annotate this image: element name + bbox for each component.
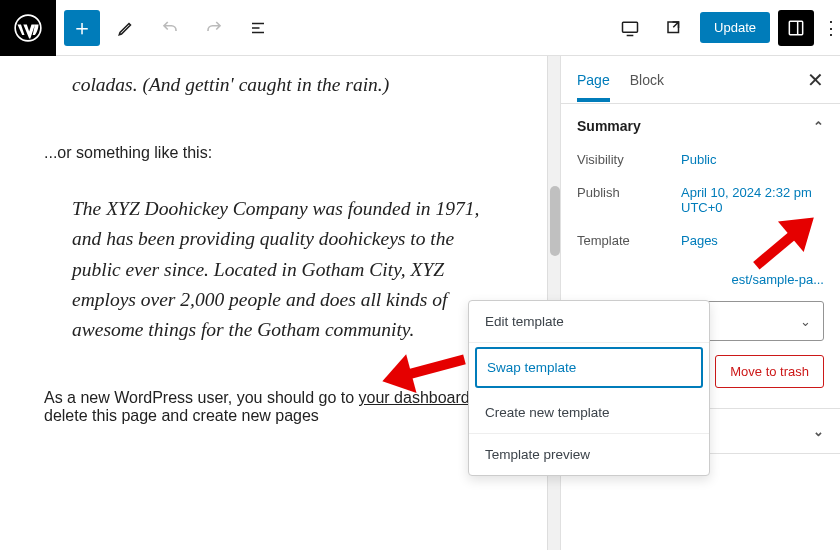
publish-label: Publish [577,185,681,215]
swap-template-item[interactable]: Swap template [475,347,703,388]
chevron-down-icon: ⌄ [800,314,811,329]
template-dropdown: Edit template Swap template Create new t… [468,300,710,476]
summary-title: Summary [577,118,641,134]
move-to-trash-button[interactable]: Move to trash [715,355,824,388]
svg-rect-3 [789,21,802,34]
tab-page[interactable]: Page [577,58,610,102]
more-options-icon[interactable]: ⋮ [822,17,832,39]
preview-device-icon[interactable] [612,10,648,46]
undo-icon[interactable] [152,10,188,46]
tab-block[interactable]: Block [630,58,664,102]
quote-block[interactable]: coladas. (And gettin' caught in the rain… [44,62,516,120]
wordpress-icon [14,14,42,42]
dashboard-link[interactable]: your dashboard [359,389,470,406]
chevron-up-icon[interactable]: ⌃ [813,119,824,134]
visibility-value[interactable]: Public [681,152,716,167]
wp-logo[interactable] [0,0,56,56]
chevron-down-icon[interactable]: ⌄ [813,424,824,439]
permalink-value[interactable]: est/sample-pa... [732,272,825,287]
visibility-label: Visibility [577,152,681,167]
close-sidebar-icon[interactable]: ✕ [807,68,824,92]
update-button[interactable]: Update [700,12,770,43]
template-value[interactable]: Pages [681,233,718,248]
svg-rect-1 [623,22,638,32]
publish-date-value[interactable]: April 10, 2024 2:32 pm [681,185,812,200]
paragraph-text: As a new WordPress user, you should go t… [44,389,359,406]
quote-block[interactable]: The XYZ Doohickey Company was founded in… [44,186,516,365]
document-outline-icon[interactable] [240,10,276,46]
create-template-item[interactable]: Create new template [469,392,709,434]
paragraph-block[interactable]: ...or something like this: [44,144,516,162]
redo-icon[interactable] [196,10,232,46]
add-block-button[interactable]: ＋ [64,10,100,46]
settings-panel-toggle[interactable] [778,10,814,46]
paragraph-block[interactable]: As a new WordPress user, you should go t… [44,389,516,425]
template-label: Template [577,233,681,248]
template-preview-item[interactable]: Template preview [469,434,709,475]
edit-tool-icon[interactable] [108,10,144,46]
publish-tz-value[interactable]: UTC+0 [681,200,723,215]
edit-template-item[interactable]: Edit template [469,301,709,343]
view-icon[interactable] [656,10,692,46]
